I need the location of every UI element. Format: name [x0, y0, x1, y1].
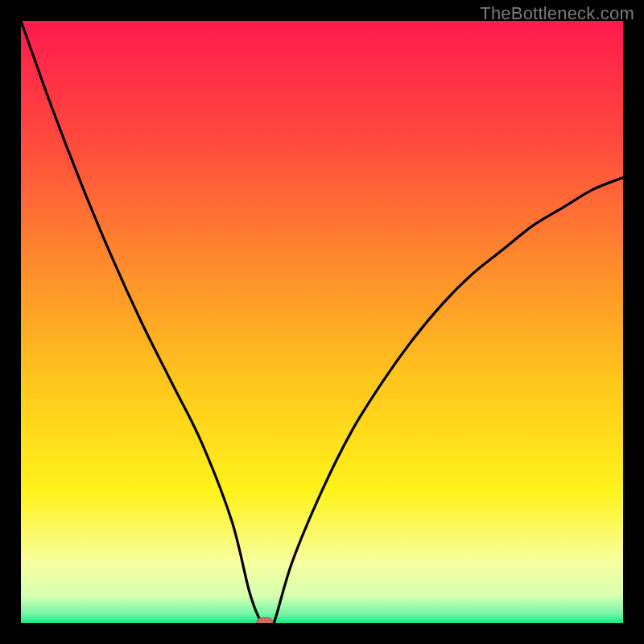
heat-gradient-background [21, 21, 623, 623]
plot-area [21, 21, 623, 623]
bottleneck-chart [21, 21, 623, 623]
optimal-marker [257, 618, 273, 624]
chart-frame: TheBottleneck.com [0, 0, 644, 644]
watermark-text: TheBottleneck.com [480, 3, 634, 24]
